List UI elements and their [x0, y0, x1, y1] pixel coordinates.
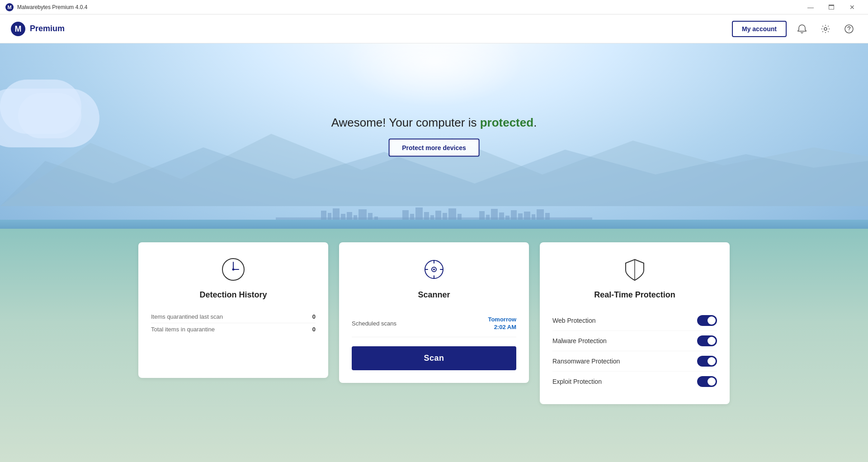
detection-history-card: Detection History Items quarantined last…: [138, 242, 328, 378]
water-layer: [0, 220, 868, 229]
svg-point-6: [849, 30, 849, 31]
maximize-button[interactable]: 🗖: [821, 0, 842, 14]
svg-text:M: M: [7, 5, 11, 10]
protection-title: Real-Time Protection: [552, 290, 717, 300]
navbar: M Premium My account: [0, 14, 868, 43]
notification-button[interactable]: [794, 21, 810, 37]
detection-history-stats: Items quarantined last scan 0 Total item…: [151, 311, 316, 335]
protection-row-malware: Malware Protection: [552, 331, 717, 351]
window-controls: — 🗖 ✕: [800, 0, 863, 14]
clock-icon: [220, 256, 247, 283]
scanner-icon: [420, 256, 448, 283]
detection-history-icon-wrapper: [151, 256, 316, 283]
protect-more-devices-button[interactable]: Protect more devices: [388, 139, 480, 157]
protection-list: Web Protection Malware Protection Ransom…: [552, 311, 717, 391]
scanner-title: Scanner: [352, 290, 516, 300]
protection-label-malware: Malware Protection: [552, 337, 607, 344]
stat-value: 0: [312, 326, 316, 333]
app-title: Malwarebytes Premium 4.0.4: [17, 4, 800, 10]
scan-button[interactable]: Scan: [352, 346, 516, 370]
stat-label: Total items in quarantine: [151, 326, 215, 333]
app-logo: M: [5, 3, 14, 11]
scheduled-time: Tomorrow 2:02 AM: [488, 316, 516, 331]
scanner-icon-wrapper: [352, 256, 516, 283]
realtime-protection-card: Real-Time Protection Web Protection Malw…: [540, 242, 730, 404]
hero-section: Awesome! Your computer is protected. Pro…: [0, 43, 868, 229]
protection-row-web: Web Protection: [552, 311, 717, 331]
hero-title-prefix: Awesome! Your computer is: [331, 116, 480, 129]
protection-row-exploit: Exploit Protection: [552, 372, 717, 391]
navbar-actions: My account: [732, 21, 857, 37]
scheduled-scans-row: Scheduled scans Tomorrow 2:02 AM: [352, 311, 516, 337]
svg-point-42: [232, 269, 235, 271]
protection-row-ransomware: Ransomware Protection: [552, 351, 717, 372]
svg-point-4: [824, 28, 827, 30]
scheduled-scans-label: Scheduled scans: [352, 320, 396, 327]
stat-label: Items quarantined last scan: [151, 313, 223, 320]
svg-point-49: [433, 269, 435, 270]
titlebar: M Malwarebytes Premium 4.0.4 — 🗖 ✕: [0, 0, 868, 14]
stat-value: 0: [312, 313, 316, 320]
exploit-protection-slider: [697, 376, 717, 387]
hero-title-status: protected: [480, 116, 533, 129]
protection-label-ransomware: Ransomware Protection: [552, 358, 620, 365]
close-button[interactable]: ✕: [842, 0, 863, 14]
settings-button[interactable]: [817, 21, 834, 37]
shield-icon: [621, 256, 648, 283]
protection-label-exploit: Exploit Protection: [552, 378, 602, 385]
scheduled-time-line2: 2:02 AM: [494, 324, 516, 330]
svg-text:M: M: [15, 24, 22, 33]
minimize-button[interactable]: —: [800, 0, 821, 14]
scanner-card: Scanner Scheduled scans Tomorrow 2:02 AM…: [339, 242, 529, 383]
hero-title: Awesome! Your computer is protected.: [331, 116, 537, 130]
bell-icon: [797, 24, 807, 34]
web-protection-slider: [697, 315, 717, 326]
protection-label-web: Web Protection: [552, 317, 595, 324]
detection-history-title: Detection History: [151, 290, 316, 300]
protection-icon-wrapper: [552, 256, 717, 283]
web-protection-toggle[interactable]: [697, 315, 717, 326]
stat-row-quarantined-last: Items quarantined last scan 0: [151, 311, 316, 323]
gear-icon: [821, 24, 830, 34]
malware-protection-toggle[interactable]: [697, 335, 717, 346]
brand-logo: M: [11, 22, 25, 36]
brand-area: M Premium: [11, 22, 732, 36]
help-button[interactable]: [841, 21, 857, 37]
cards-section: Detection History Items quarantined last…: [0, 229, 868, 462]
ransomware-protection-slider: [697, 356, 717, 367]
ransomware-protection-toggle[interactable]: [697, 356, 717, 367]
malware-protection-slider: [697, 335, 717, 346]
stat-row-total-quarantine: Total items in quarantine 0: [151, 323, 316, 335]
exploit-protection-toggle[interactable]: [697, 376, 717, 387]
help-icon: [844, 24, 854, 34]
scheduled-time-line1: Tomorrow: [488, 316, 516, 323]
brand-name: Premium: [30, 24, 65, 33]
hero-title-suffix: .: [533, 116, 537, 129]
my-account-button[interactable]: My account: [732, 21, 787, 37]
hero-content: Awesome! Your computer is protected. Pro…: [331, 116, 537, 157]
